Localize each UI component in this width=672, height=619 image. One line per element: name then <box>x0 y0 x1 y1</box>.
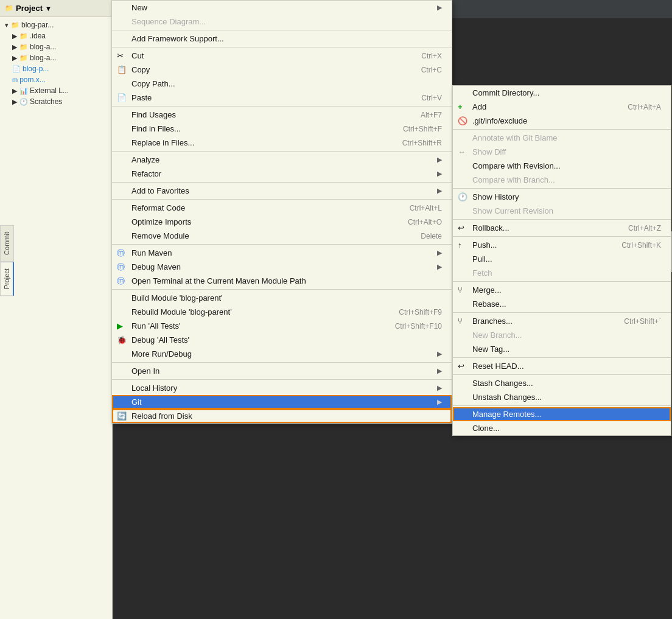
menu-item-sequence-diagram[interactable]: Sequence Diagram... <box>112 15 452 29</box>
git-show-current-revision[interactable]: Show Current Revision <box>453 204 671 218</box>
tree-item-bloga1[interactable]: ▶ 📁 blog-a... <box>0 41 112 52</box>
git-separator <box>453 357 671 358</box>
menu-label: Clone... <box>472 424 500 433</box>
menu-item-remove-module[interactable]: Remove Module Delete <box>112 229 452 243</box>
git-commit-directory[interactable]: Commit Directory... <box>453 86 671 100</box>
menu-item-add-framework[interactable]: Add Framework Support... <box>112 32 452 46</box>
menu-item-optimize-imports[interactable]: Optimize Imports Ctrl+Alt+O <box>112 215 452 229</box>
menu-item-replace-in-files[interactable]: Replace in Files... Ctrl+Shift+R <box>112 136 452 150</box>
menu-item-find-in-files[interactable]: Find in Files... Ctrl+Shift+F <box>112 122 452 136</box>
menu-label: Refactor <box>131 169 161 178</box>
shortcut-label: Ctrl+C <box>421 66 442 74</box>
git-merge[interactable]: ⑂ Merge... <box>453 283 671 297</box>
shortcut-label: Ctrl+Alt+L <box>410 204 442 212</box>
menu-item-analyze[interactable]: Analyze ▶ <box>112 153 452 167</box>
menu-item-open-terminal[interactable]: ⓜ Open Terminal at the Current Maven Mod… <box>112 274 452 288</box>
sidebar-dropdown-icon: ▼ <box>45 5 52 12</box>
git-reset-head[interactable]: ↩ Reset HEAD... <box>453 359 671 373</box>
tree-item-scratches[interactable]: ▶ 🕐 Scratches <box>0 96 112 107</box>
tree-item-blog-parent[interactable]: ▾ 📁 blog-par... <box>0 19 112 30</box>
git-show-history[interactable]: 🕐 Show History <box>453 190 671 204</box>
exclude-icon: 🚫 <box>458 116 467 125</box>
menu-item-git[interactable]: Git ▶ <box>112 395 452 409</box>
tree-item-external[interactable]: ▶ 📊 External L... <box>0 85 112 96</box>
tree-item-bloga2[interactable]: ▶ 📁 blog-a... <box>0 52 112 63</box>
git-compare-branch[interactable]: Compare with Branch... <box>453 173 671 187</box>
git-exclude[interactable]: 🚫 .git/info/exclude <box>453 114 671 128</box>
menu-label: Run Maven <box>131 248 172 257</box>
terminal-icon: ⓜ <box>117 276 125 287</box>
menu-item-paste[interactable]: 📄 Paste Ctrl+V <box>112 91 452 105</box>
project-tab[interactable]: Project <box>0 262 14 296</box>
menu-item-cut[interactable]: ✂ Cut Ctrl+X <box>112 49 452 63</box>
tree-arrow-icon: ▶ <box>12 54 17 62</box>
menu-item-rebuild-module[interactable]: Rebuild Module 'blog-parent' Ctrl+Shift+… <box>112 305 452 319</box>
separator <box>112 47 452 47</box>
menu-item-reload-from-disk[interactable]: 🔄 Reload from Disk <box>112 409 452 423</box>
git-separator <box>453 312 671 313</box>
run-maven-icon: ⓜ <box>117 248 125 259</box>
git-stash-changes[interactable]: Stash Changes... <box>453 376 671 390</box>
menu-item-debug-maven[interactable]: ⓜ Debug Maven ▶ <box>112 260 452 274</box>
menu-label: Open In <box>131 366 159 376</box>
menu-label: Add Framework Support... <box>131 34 224 43</box>
menu-label: Debug 'All Tests' <box>131 335 189 344</box>
menu-item-reformat-code[interactable]: Reformat Code Ctrl+Alt+L <box>112 201 452 215</box>
menu-item-add-to-favorites[interactable]: Add to Favorites ▶ <box>112 184 452 198</box>
menu-item-debug-tests[interactable]: 🐞 Debug 'All Tests' <box>112 333 452 347</box>
file-icon: m <box>12 76 18 83</box>
menu-item-new[interactable]: New ▶ <box>112 1 452 15</box>
tree-arrow-icon: ▶ <box>12 87 17 95</box>
rollback-icon: ↩ <box>458 223 464 233</box>
arrow-icon: ▶ <box>437 384 442 392</box>
git-add[interactable]: + Add Ctrl+Alt+A <box>453 100 671 114</box>
shortcut-label: Ctrl+Shift+R <box>402 139 442 147</box>
menu-label: Push... <box>472 240 497 250</box>
git-manage-remotes[interactable]: Manage Remotes... <box>453 407 671 421</box>
git-annotate[interactable]: Annotate with Git Blame <box>453 131 671 145</box>
menu-label: New <box>131 3 147 12</box>
tree-item-blogp[interactable]: 📄 blog-p... <box>0 63 112 74</box>
menu-item-more-run[interactable]: More Run/Debug ▶ <box>112 347 452 361</box>
tree-item-pomx[interactable]: m pom.x... <box>0 74 112 85</box>
menu-label: Rebuild Module 'blog-parent' <box>131 307 232 316</box>
git-fetch[interactable]: Fetch <box>453 266 671 280</box>
git-unstash-changes[interactable]: Unstash Changes... <box>453 390 671 404</box>
menu-item-run-tests[interactable]: ▶ Run 'All Tests' Ctrl+Shift+F10 <box>112 319 452 333</box>
commit-tab[interactable]: Commit <box>0 225 14 262</box>
git-rebase[interactable]: Rebase... <box>453 297 671 311</box>
tree-arrow-icon: ▶ <box>12 43 17 51</box>
git-new-tag[interactable]: New Tag... <box>453 342 671 356</box>
tree-arrow-icon: ▶ <box>12 32 17 40</box>
shortcut-label: Ctrl+Shift+F10 <box>395 322 442 330</box>
paste-icon: 📄 <box>117 93 127 102</box>
menu-label: Fetch <box>472 268 492 278</box>
arrow-icon: ▶ <box>437 156 442 164</box>
arrow-icon: ▶ <box>437 367 442 375</box>
menu-item-copy[interactable]: 📋 Copy Ctrl+C <box>112 63 452 77</box>
menu-label: Rollback... <box>472 223 509 233</box>
git-push[interactable]: ↑ Push... Ctrl+Shift+K <box>453 238 671 252</box>
menu-item-build-module[interactable]: Build Module 'blog-parent' <box>112 291 452 305</box>
tree-label: blog-a... <box>30 43 56 51</box>
git-new-branch[interactable]: New Branch... <box>453 328 671 342</box>
git-show-diff[interactable]: ↔ Show Diff <box>453 145 671 159</box>
menu-item-copy-path[interactable]: Copy Path... <box>112 77 452 91</box>
menu-item-refactor[interactable]: Refactor ▶ <box>112 167 452 181</box>
git-pull[interactable]: Pull... <box>453 252 671 266</box>
tree-arrow-icon: ▾ <box>5 21 9 29</box>
git-clone[interactable]: Clone... <box>453 421 671 435</box>
menu-item-find-usages[interactable]: Find Usages Alt+F7 <box>112 108 452 122</box>
arrow-icon: ▶ <box>437 187 442 195</box>
menu-item-local-history[interactable]: Local History ▶ <box>112 381 452 395</box>
git-compare-revision[interactable]: Compare with Revision... <box>453 159 671 173</box>
git-branches[interactable]: ⑂ Branches... Ctrl+Shift+` <box>453 314 671 328</box>
menu-item-open-in[interactable]: Open In ▶ <box>112 364 452 378</box>
merge-icon: ⑂ <box>458 285 463 295</box>
cut-icon: ✂ <box>117 51 124 60</box>
menu-item-run-maven[interactable]: ⓜ Run Maven ▶ <box>112 246 452 260</box>
menu-label: Stash Changes... <box>472 379 533 388</box>
tree-item-idea[interactable]: ▶ 📁 .idea <box>0 30 112 41</box>
shortcut-label: Ctrl+Shift+` <box>624 317 661 326</box>
git-rollback[interactable]: ↩ Rollback... Ctrl+Alt+Z <box>453 221 671 235</box>
